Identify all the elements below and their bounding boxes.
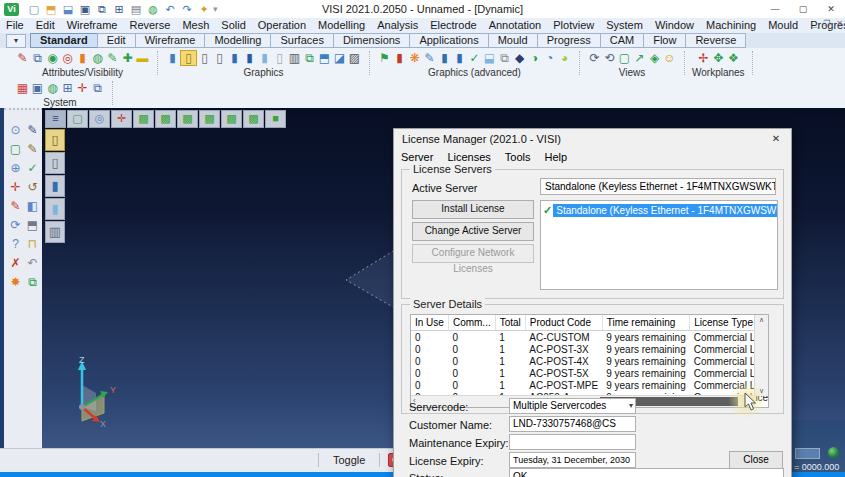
visibility-edit-icon[interactable]: ✎	[105, 50, 120, 66]
hide-entities-icon[interactable]: ◎	[60, 50, 75, 66]
refresh-shading-icon[interactable]: ▮	[165, 50, 180, 66]
cylinder-edge-icon[interactable]: ▮	[452, 50, 467, 66]
pencil-edit-icon[interactable]: ✎	[24, 141, 41, 158]
print-icon[interactable]: ▤	[129, 2, 143, 16]
paint-tool-icon[interactable]: ✎	[7, 198, 24, 215]
toolbar-overflow-icon[interactable]: ▾	[213, 4, 218, 14]
tab-dimensions[interactable]: Dimensions	[333, 33, 410, 48]
tab-wireframe[interactable]: Wireframe	[135, 33, 206, 48]
explode-tool-icon[interactable]: ✸	[7, 274, 24, 291]
workplane-axis-icon[interactable]: ✢	[696, 50, 711, 66]
table-row[interactable]: 001AC-POST-5X9 years remainingCommercial…	[411, 367, 769, 379]
color-palette-icon[interactable]: ▦	[15, 80, 30, 96]
license-expiry-field[interactable]: Tuesday, 31 December, 2030	[509, 452, 636, 468]
shaded-edges-mode-icon[interactable]: ▮	[45, 198, 65, 220]
iso-view-cube-icon[interactable]: ▩	[133, 110, 154, 128]
tab-reverse[interactable]: Reverse	[685, 33, 746, 48]
menu-window[interactable]: Window	[649, 18, 700, 33]
workbench-icon[interactable]: ⊓	[24, 236, 41, 253]
dialog-close-icon[interactable]: ✕	[761, 129, 791, 149]
top-view-cube-icon[interactable]: ▩	[155, 110, 176, 128]
server-details-table[interactable]: In UseComm...TotalProduct CodeTime remai…	[411, 315, 769, 403]
column-header-in-use[interactable]: In Use	[411, 315, 448, 331]
dynamic-rotate-icon[interactable]: ⟲	[602, 50, 617, 66]
transparent-view-icon[interactable]: ▮	[257, 50, 272, 66]
right-view-cube-icon[interactable]: ▩	[199, 110, 220, 128]
scroll-up-icon[interactable]: ∧	[755, 316, 768, 324]
mdi-close-button[interactable]: ✕	[836, 19, 843, 28]
table-row[interactable]: 001AC-POST-MPE9 years remainingCommercia…	[411, 379, 769, 391]
toggle-button[interactable]: Toggle	[327, 454, 371, 466]
ghost-view-icon[interactable]: ▯	[272, 50, 287, 66]
cylinder-handle-icon[interactable]: ⬓	[482, 50, 497, 66]
clip-plane-icon[interactable]: ⧉	[497, 50, 512, 66]
select-frame-icon[interactable]: ▢	[7, 141, 24, 158]
visibility-globe-icon[interactable]: ◍	[90, 50, 105, 66]
left-view-cube-icon[interactable]: ▩	[221, 110, 242, 128]
mesh-view-icon[interactable]: ▥	[287, 50, 302, 66]
menu-solid[interactable]: Solid	[215, 18, 251, 33]
menu-system[interactable]: System	[600, 18, 649, 33]
combined-view-icon[interactable]: ⬒	[317, 50, 332, 66]
triad-toggle-icon[interactable]: ✛	[111, 110, 132, 128]
diamond-view-icon[interactable]: ◆	[512, 50, 527, 66]
minimize-button[interactable]: —	[761, 0, 789, 18]
shaded-mode-icon[interactable]: ▮	[45, 175, 65, 197]
column-header-product-code[interactable]: Product Code	[525, 315, 602, 331]
table-row[interactable]: 001AC-CUSTOM9 years remainingCommercial …	[411, 331, 769, 344]
zoom-previous-icon[interactable]: ◎	[89, 110, 110, 128]
tab-applications[interactable]: Applications	[409, 33, 488, 48]
cylinder-shade-icon[interactable]: ▮	[437, 50, 452, 66]
import-model-icon[interactable]: ⬓	[61, 2, 75, 16]
wireframe-mode-icon[interactable]: ▯	[45, 129, 65, 151]
solid-box-icon[interactable]: ⬒	[24, 217, 41, 234]
delete-tool-icon[interactable]: ✗	[7, 255, 24, 272]
shaded-view-icon[interactable]: ▮	[227, 50, 242, 66]
zoom-window-icon[interactable]: ▢	[617, 50, 632, 66]
multi-shade-icon[interactable]: ⧉	[302, 50, 317, 66]
surface-tool-icon[interactable]: ◧	[24, 198, 41, 215]
open-folder-icon[interactable]: ⬒	[44, 2, 58, 16]
workplane-edit-icon[interactable]: ✥	[711, 50, 726, 66]
visibility-filter-icon[interactable]: ▮	[75, 50, 90, 66]
menu-modelling[interactable]: Modelling	[312, 18, 371, 33]
menu-mesh[interactable]: Mesh	[176, 18, 215, 33]
menu-reverse[interactable]: Reverse	[123, 18, 176, 33]
layers-tool-icon[interactable]: ⧉	[24, 274, 41, 291]
save-network-icon[interactable]: ⊞	[112, 2, 126, 16]
rotate-view-icon[interactable]: ⟳	[587, 50, 602, 66]
view-menu-icon[interactable]: ≡	[45, 110, 66, 128]
measure-icon[interactable]: ✛	[7, 179, 24, 196]
menu-electrode[interactable]: Electrode	[424, 18, 482, 33]
globe-settings-icon[interactable]: ◍	[45, 80, 60, 96]
mesh-mode-icon[interactable]: ▥	[45, 221, 65, 243]
menu-analysis[interactable]: Analysis	[371, 18, 424, 33]
window-settings-icon[interactable]: ⊞	[60, 80, 75, 96]
tab-overflow-icon[interactable]: ▾	[6, 34, 26, 48]
change-active-server-button[interactable]: Change Active Server	[412, 222, 534, 241]
refresh-view-icon[interactable]: ⟳	[7, 217, 24, 234]
camera-view-icon[interactable]: ☺	[662, 50, 677, 66]
analysis-flags-icon[interactable]: ⚑	[377, 50, 392, 66]
new-document-icon[interactable]: ▢	[27, 2, 41, 16]
menu-file[interactable]: File	[0, 18, 30, 33]
mdi-restore-button[interactable]: ❐	[823, 19, 830, 28]
dialog-close-button[interactable]: Close	[729, 451, 783, 469]
selection-frame-icon[interactable]: ▢	[67, 110, 88, 128]
curvature-analysis-icon[interactable]: ✎	[422, 50, 437, 66]
workplane-new-icon[interactable]: ❖	[726, 50, 741, 66]
snapshot-icon[interactable]: ✦	[197, 2, 211, 16]
confirm-icon[interactable]: ✓	[24, 160, 41, 177]
server-list-item[interactable]: ✓Standalone (Keyless Ethernet - 1F4MTNXG…	[541, 203, 777, 217]
servercode-select[interactable]: Multiple Servercodes ▾	[509, 398, 636, 414]
image-settings-icon[interactable]: ▣	[30, 80, 45, 96]
mdi-minimize-button[interactable]: _	[813, 19, 817, 28]
section-view-icon[interactable]: ◪	[332, 50, 347, 66]
back-view-cube-icon[interactable]: ▩	[243, 110, 264, 128]
help-tool-icon[interactable]: ?	[7, 236, 24, 253]
remove-from-visible-icon[interactable]: ▬	[135, 50, 150, 66]
sketch-icon[interactable]: ✎	[24, 122, 41, 139]
shaded-solid-view-icon[interactable]: ▮	[242, 50, 257, 66]
wireframe-view-icon[interactable]: ▯	[180, 50, 197, 66]
dynamic-section-icon[interactable]: ▨	[347, 50, 362, 66]
